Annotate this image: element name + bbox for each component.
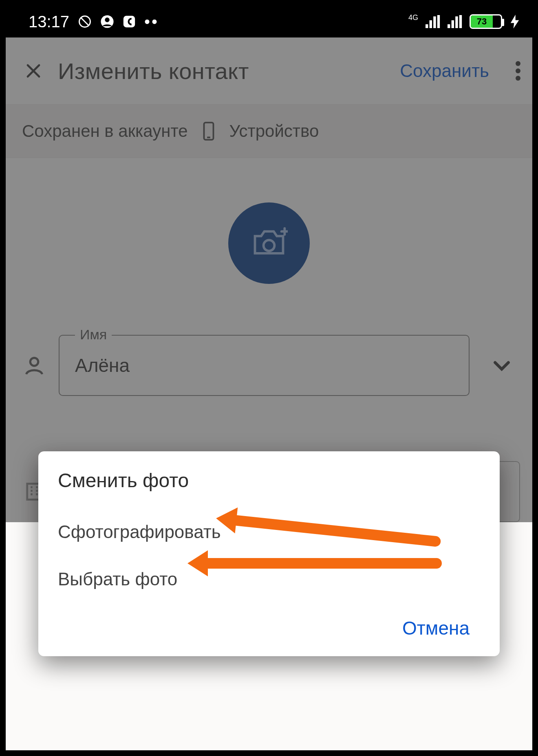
clock: 13:17 bbox=[29, 13, 69, 31]
more-notifications-icon: •• bbox=[144, 13, 159, 31]
dialog-title: Сменить фото bbox=[58, 469, 480, 492]
app-icon bbox=[122, 15, 136, 29]
battery-indicator: 73 bbox=[470, 14, 502, 29]
modal-scrim[interactable] bbox=[6, 37, 532, 522]
svg-point-2 bbox=[105, 18, 109, 22]
signal-2-icon bbox=[446, 15, 462, 28]
take-photo-option[interactable]: Сфотографировать bbox=[58, 511, 480, 553]
dnd-off-icon bbox=[77, 14, 92, 29]
change-photo-dialog: Сменить фото Сфотографировать Выбрать фо… bbox=[38, 451, 500, 656]
signal-1-icon bbox=[424, 15, 440, 28]
network-type-label: 4G bbox=[408, 13, 418, 22]
battery-percent: 73 bbox=[471, 15, 493, 28]
status-bar: 13:17 •• 4G 73 bbox=[6, 6, 532, 37]
annotation-arrow bbox=[201, 558, 442, 569]
cancel-button[interactable]: Отмена bbox=[392, 611, 480, 645]
account-icon bbox=[100, 15, 114, 29]
charging-icon bbox=[510, 15, 519, 29]
